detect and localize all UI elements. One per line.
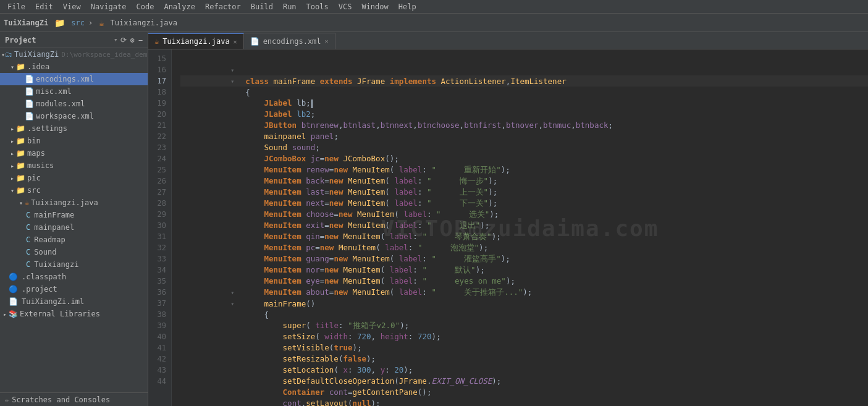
readmap-label: Readmap <box>34 235 65 244</box>
minimize-icon[interactable]: − <box>138 36 143 44</box>
folder-icon: 📁 <box>52 17 67 29</box>
tree-readmap[interactable]: C Readmap <box>0 234 148 246</box>
tree-ext-lib[interactable]: ▸ 📚 External Libraries <box>0 308 148 320</box>
main-layout: Project ▾ ⟳ ⚙ − ▾ 🗂 TuiXiangZi D:\worksp… <box>0 32 868 406</box>
menu-code[interactable]: Code <box>132 1 159 12</box>
ln-19: 19 <box>148 98 171 109</box>
ln-33: 33 <box>148 253 171 264</box>
menu-window[interactable]: Window <box>356 1 393 12</box>
tree-tuixiangzi-java[interactable]: ▾ ☕ Tuixiangzi.java <box>0 197 148 209</box>
ln-17: 17 <box>148 75 171 87</box>
ln-21: 21 <box>148 120 171 131</box>
menu-build[interactable]: Build <box>246 1 278 12</box>
classpath-label: .classpath <box>22 273 66 281</box>
sync-icon[interactable]: ⟳ <box>120 36 127 44</box>
idea-label: .idea <box>27 62 49 71</box>
iml-label: TuiXiangZi.iml <box>22 297 84 306</box>
code-line-15: ▾ class mainFrame extends JFrame impleme… <box>180 53 868 64</box>
tree-root[interactable]: ▾ 🗂 TuiXiangZi D:\workspace_idea_demo\Tu… <box>0 48 148 61</box>
ln-39: 39 <box>148 320 171 331</box>
menubar: File Edit View Navigate Code Analyze Ref… <box>0 0 868 14</box>
ln-38: 38 <box>148 309 171 320</box>
ln-41: 41 <box>148 342 171 353</box>
panel-dropdown-icon[interactable]: ▾ <box>114 36 118 44</box>
tree-musics[interactable]: ▸ 📁 musics <box>0 159 148 172</box>
tree-project[interactable]: 🔵 .project <box>0 283 148 295</box>
scratch-icon: ✏ <box>5 395 9 404</box>
tab-java-close[interactable]: ✕ <box>234 38 237 45</box>
tab-xml-icon: 📄 <box>250 37 259 46</box>
tab-xml-label: encodings.xml <box>263 37 321 46</box>
project-name[interactable]: TuiXiangZi <box>4 19 48 27</box>
ln-30: 30 <box>148 220 171 231</box>
menu-navigate[interactable]: Navigate <box>86 1 132 12</box>
project-icon: 🗂 <box>5 50 12 59</box>
ln-36: 36 <box>148 287 171 298</box>
bin-label: bin <box>27 137 41 145</box>
tree-tuixiangzi-class[interactable]: C Tuixiangzi <box>0 258 148 271</box>
ln-27: 27 <box>148 187 171 198</box>
tree-pic[interactable]: ▸ 📁 pic <box>0 172 148 184</box>
ln-29: 29 <box>148 209 171 220</box>
ln-26: 26 <box>148 176 171 187</box>
maps-label: maps <box>27 149 45 158</box>
gear-icon[interactable]: ⚙ <box>130 36 135 44</box>
tab-tuixiangzi[interactable]: ☕ Tuixiangzi.java ✕ <box>148 33 244 49</box>
panel-icons: ⟳ ⚙ − <box>120 36 143 44</box>
tuixiangzi-java-label: Tuixiangzi.java <box>31 198 98 207</box>
ln-42: 42 <box>148 353 171 365</box>
tree-sound[interactable]: C Sound <box>0 246 148 258</box>
tuixiangzi-class-label: Tuixiangzi <box>34 260 78 269</box>
menu-view[interactable]: View <box>58 1 86 12</box>
coffee-icon: ☕ <box>96 17 106 29</box>
tab-encodings[interactable]: 📄 encodings.xml ✕ <box>244 33 335 49</box>
toolbar-filename: Tuixiangzi.java <box>111 19 177 27</box>
menu-file[interactable]: File <box>2 1 30 12</box>
ln-31: 31 <box>148 231 171 242</box>
ln-24: 24 <box>148 153 171 164</box>
ln-35: 35 <box>148 276 171 287</box>
tree-mainframe[interactable]: C mainFrame <box>0 209 148 221</box>
menu-help[interactable]: Help <box>394 1 421 12</box>
src-label: src <box>27 186 41 195</box>
tree-settings[interactable]: ▸ 📁 .settings <box>0 122 148 135</box>
menu-analyze[interactable]: Analyze <box>159 1 200 12</box>
tree-mainpanel[interactable]: C mainpanel <box>0 221 148 234</box>
editor-area: ☕ Tuixiangzi.java ✕ 📄 encodings.xml ✕ 15… <box>148 32 868 406</box>
tab-xml-close[interactable]: ✕ <box>325 38 329 44</box>
tree-workspace[interactable]: 📄 workspace.xml <box>0 110 148 122</box>
tree-maps[interactable]: ▸ 📁 maps <box>0 147 148 159</box>
menu-vcs[interactable]: VCS <box>334 1 357 12</box>
panel-header: Project ▾ ⟳ ⚙ − <box>0 32 148 48</box>
encodings-label: encodings.xml <box>36 75 94 83</box>
menu-refactor[interactable]: Refactor <box>200 1 246 12</box>
ln-32: 32 <box>148 242 171 253</box>
settings-label: .settings <box>27 124 67 133</box>
musics-label: musics <box>27 161 54 170</box>
tree-iml[interactable]: 📄 TuiXiangZi.iml <box>0 295 148 308</box>
ln-16: 16 <box>148 64 171 75</box>
menu-edit[interactable]: Edit <box>30 1 58 12</box>
ln-25: 25 <box>148 164 171 176</box>
tree-src[interactable]: ▾ 📁 src <box>0 184 148 197</box>
tree-encodings[interactable]: 📄 encodings.xml <box>0 73 148 85</box>
tree-misc[interactable]: 📄 misc.xml <box>0 85 148 98</box>
root-path: D:\workspace_idea_demo\TuiXiangZi <box>61 51 148 59</box>
modules-label: modules.xml <box>36 99 85 108</box>
project-file-label: .project <box>22 285 57 294</box>
ln-18: 18 <box>148 87 171 98</box>
tree-bin[interactable]: ▸ 📁 bin <box>0 135 148 147</box>
menu-tools[interactable]: Tools <box>301 1 334 12</box>
src-path: src <box>71 19 85 27</box>
file-tree: ▾ 🗂 TuiXiangZi D:\workspace_idea_demo\Tu… <box>0 48 148 392</box>
bottom-strip: ✏ Scratches and Consoles <box>0 392 148 406</box>
code-editor[interactable]: 15 16 17 18 19 20 21 22 23 24 25 26 27 2… <box>148 49 868 406</box>
tree-idea[interactable]: ▾ 📁 .idea <box>0 61 148 73</box>
line-numbers: 15 16 17 18 19 20 21 22 23 24 25 26 27 2… <box>148 49 172 406</box>
code-content[interactable]: VICTOR@zuidaima.com ▾ class mainFrame ex… <box>172 49 868 406</box>
scratch-label[interactable]: Scratches and Consoles <box>12 395 110 404</box>
tree-modules[interactable]: 📄 modules.xml <box>0 98 148 110</box>
menu-run[interactable]: Run <box>278 1 301 12</box>
tree-classpath[interactable]: 🔵 .classpath <box>0 271 148 283</box>
mainpanel-label: mainpanel <box>34 223 74 232</box>
